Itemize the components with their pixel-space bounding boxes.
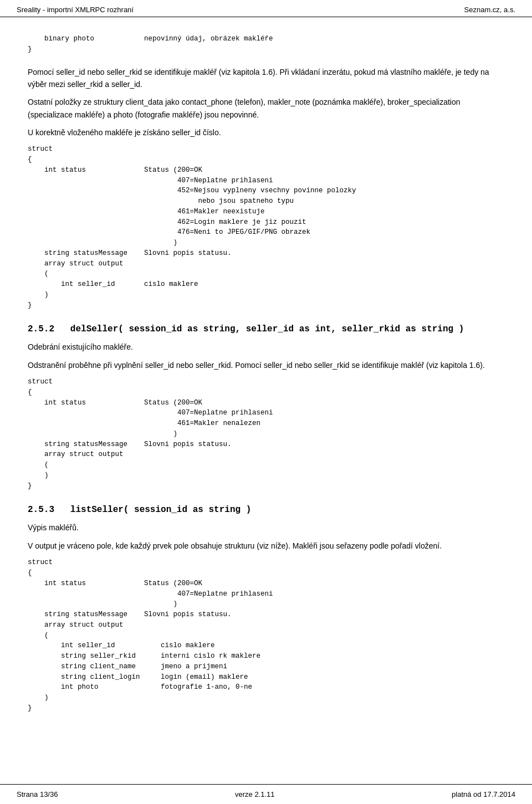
page-header: Sreality - importní XMLRPC rozhraní Sezn… [0, 0, 532, 17]
section-252-heading: 2.5.2 delSeller( session_id as string, s… [28, 324, 504, 334]
code-block-1: struct { int status Status (200=OK 407=N… [28, 144, 504, 310]
section-252-para1: Odebrání existujícího makléře. [28, 341, 504, 353]
section-253-title: listSeller( session_id as string ) [70, 505, 251, 515]
intro-code-block: binary photo nepovinný údaj, obrázek mak… [28, 34, 504, 55]
para3: U korektně vloženého makléře je získáno … [28, 126, 504, 139]
footer-right: platná od 17.7.2014 [452, 790, 515, 798]
section-252-number: 2.5.2 [28, 324, 54, 334]
footer-left: Strana 13/36 [17, 790, 58, 798]
page-footer: Strana 13/36 verze 2.1.11 platná od 17.7… [0, 784, 532, 804]
section-253-para2: V output je vráceno pole, kde každý prve… [28, 540, 504, 552]
code-block-3: struct { int status Status (200=OK 407=N… [28, 557, 504, 713]
section-252-para2: Odstranění proběhne při vyplnění seller_… [28, 359, 504, 371]
section-252-title: delSeller( session_id as string, seller_… [70, 324, 464, 334]
header-right: Seznam.cz, a.s. [464, 6, 515, 14]
section-253-number: 2.5.3 [28, 505, 54, 515]
code-block-2: struct { int status Status (200=OK 407=N… [28, 377, 504, 491]
page-content: binary photo nepovinný údaj, obrázek mak… [0, 17, 532, 758]
para2: Ostatní položky ze struktury client_data… [28, 96, 504, 121]
header-left: Sreality - importní XMLRPC rozhraní [17, 6, 134, 14]
para1: Pomocí seller_id nebo seller_rkid se ide… [28, 66, 504, 91]
section-253-para1: Výpis makléřů. [28, 521, 504, 534]
section-253-heading: 2.5.3 listSeller( session_id as string ) [28, 505, 504, 515]
footer-center: verze 2.1.11 [235, 790, 275, 798]
